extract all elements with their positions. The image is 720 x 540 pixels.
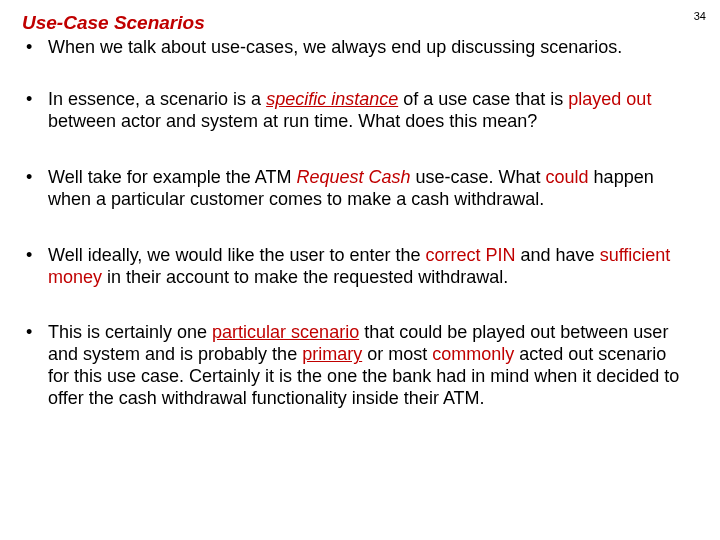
- bullet-item: Well ideally, we would like the user to …: [22, 245, 690, 289]
- bullet-item: In essence, a scenario is a specific ins…: [22, 89, 690, 133]
- bullet-list: When we talk about use-cases, we always …: [22, 37, 690, 410]
- text-run: In essence, a scenario is a: [48, 89, 266, 109]
- slide-title: Use-Case Scenarios: [22, 12, 690, 35]
- bullet-item: When we talk about use-cases, we always …: [22, 37, 690, 59]
- text-run: of a use case that is: [398, 89, 568, 109]
- page-number: 34: [694, 10, 706, 22]
- text-run: or most: [362, 344, 432, 364]
- text-run: specific instance: [266, 89, 398, 109]
- text-run: primary: [302, 344, 362, 364]
- text-run: particular scenario: [212, 322, 359, 342]
- slide: 34 Use-Case Scenarios When we talk about…: [0, 0, 720, 540]
- text-run: in their account to make the requested w…: [102, 267, 508, 287]
- bullet-item: This is certainly one particular scenari…: [22, 322, 690, 410]
- text-run: Well take for example the ATM: [48, 167, 296, 187]
- text-run: played out: [568, 89, 651, 109]
- text-run: between actor and system at run time. Wh…: [48, 111, 537, 131]
- text-run: and have: [516, 245, 600, 265]
- bullet-item: Well take for example the ATM Request Ca…: [22, 167, 690, 211]
- text-run: Well ideally, we would like the user to …: [48, 245, 426, 265]
- text-run: commonly: [432, 344, 514, 364]
- text-run: Request Cash: [296, 167, 410, 187]
- text-run: This is certainly one: [48, 322, 212, 342]
- text-run: correct PIN: [426, 245, 516, 265]
- text-run: use-case. What: [411, 167, 546, 187]
- text-run: could: [546, 167, 589, 187]
- text-run: When we talk about use-cases, we always …: [48, 37, 622, 57]
